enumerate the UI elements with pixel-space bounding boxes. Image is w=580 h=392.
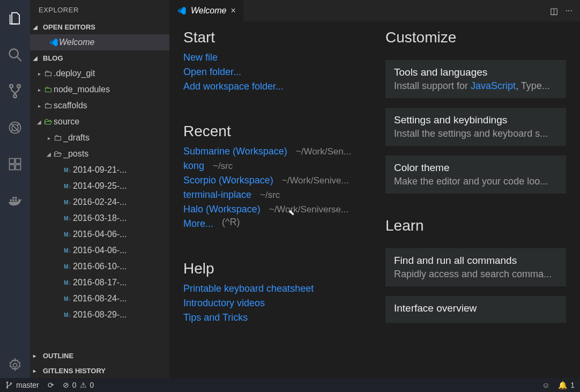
file-row[interactable]: M↓2016-08-17-... (30, 275, 169, 291)
markdown-icon: M↓ (62, 167, 73, 173)
customize-heading: Customize (385, 29, 566, 46)
card-color-theme[interactable]: Color theme Make the editor and your cod… (385, 156, 566, 194)
svg-rect-14 (15, 199, 17, 202)
sync-status[interactable]: ⟳ (48, 381, 54, 389)
error-icon: ⊘ (63, 381, 69, 389)
extensions-icon[interactable] (2, 151, 28, 177)
vscode-logo-icon (48, 38, 59, 47)
card-interface-overview[interactable]: Interface overview (385, 296, 566, 323)
open-editors-header[interactable]: ◢ OPEN EDITORS (30, 19, 169, 34)
file-row[interactable]: M↓2016-02-24-... (30, 194, 169, 210)
chevron-right-icon: ▸ (35, 71, 43, 77)
file-row[interactable]: M↓2014-09-25-... (30, 178, 169, 194)
svg-point-3 (17, 85, 20, 88)
start-section: Start New file Open folder... Add worksp… (183, 29, 364, 94)
new-file-link[interactable]: New file (183, 50, 364, 65)
folder-row[interactable]: ▸ 🗀 scaffolds (30, 98, 169, 114)
svg-rect-13 (12, 199, 14, 202)
recent-path: ~/src (213, 159, 233, 173)
recent-item[interactable]: terminal-inplace (183, 188, 251, 202)
markdown-icon: M↓ (62, 312, 73, 318)
notifications-status[interactable]: 🔔1 (558, 381, 575, 389)
problems-status[interactable]: ⊘0 ⚠0 (63, 381, 94, 389)
file-row[interactable]: M↓2016-04-06-... (30, 242, 169, 258)
card-desc: Install the settings and keyboard s... (394, 128, 557, 139)
folder-row[interactable]: ◢ 🗁 source (30, 114, 169, 130)
welcome-page: Start New file Open folder... Add worksp… (169, 21, 580, 378)
recent-item[interactable]: Halo (Workspace) (183, 202, 261, 217)
file-row[interactable]: M↓2016-06-10-... (30, 258, 169, 275)
card-title: Find and run all commands (394, 255, 557, 267)
outline-header[interactable]: ▸ OUTLINE (30, 348, 169, 363)
add-workspace-link[interactable]: Add workspace folder... (183, 79, 364, 94)
explorer-icon[interactable] (2, 5, 28, 31)
help-videos-link[interactable]: Introductory videos (183, 296, 364, 310)
workspace-header[interactable]: ◢ BLOG (30, 50, 169, 65)
folder-row[interactable]: ▸ 🗀 .deploy_git (30, 65, 169, 82)
activity-bar (0, 0, 30, 378)
markdown-icon: M↓ (62, 183, 73, 189)
file-row[interactable]: M↓2016-08-29-... (30, 307, 169, 323)
card-settings-keybindings[interactable]: Settings and keybindings Install the set… (385, 108, 566, 146)
file-row[interactable]: M↓2016-04-06-... (30, 226, 169, 242)
markdown-icon: M↓ (62, 216, 73, 221)
svg-rect-16 (15, 197, 17, 199)
gitlens-history-header[interactable]: ▸ GITLENS HISTORY (30, 363, 169, 378)
chevron-down-icon: ◢ (33, 24, 41, 30)
more-actions-icon[interactable]: ··· (566, 6, 572, 16)
markdown-icon: M↓ (62, 264, 73, 270)
git-branch-icon (5, 381, 13, 389)
vscode-logo-icon (177, 6, 187, 16)
tab-welcome[interactable]: Welcome × (169, 0, 243, 21)
markdown-icon: M↓ (62, 199, 73, 205)
source-control-icon[interactable] (2, 78, 28, 104)
docker-icon[interactable] (2, 188, 28, 213)
folder-row[interactable]: ▸ 🗀 node_modules (30, 82, 169, 98)
card-tools-languages[interactable]: Tools and languages Install support for … (385, 60, 566, 98)
card-desc: Rapidly access and search comma... (394, 269, 557, 280)
markdown-icon: M↓ (62, 280, 73, 286)
open-folder-link[interactable]: Open folder... (183, 65, 364, 79)
sidebar-title: EXPLORER (30, 0, 169, 19)
svg-rect-8 (10, 159, 14, 164)
recent-item[interactable]: Submarine (Workspace) (183, 144, 287, 159)
file-tree: ▸ 🗀 .deploy_git ▸ 🗀 node_modules ▸ 🗀 sca… (30, 65, 169, 348)
recent-more-link[interactable]: More... (183, 217, 213, 231)
svg-point-2 (10, 85, 13, 88)
card-title: Interface overview (394, 302, 557, 314)
recent-path: ~/Work/Senive... (282, 174, 349, 188)
folder-icon: 🗀 (43, 85, 54, 94)
folder-row[interactable]: ◢ 🗁 _posts (30, 146, 169, 162)
card-find-commands[interactable]: Find and run all commands Rapidly access… (385, 248, 566, 286)
recent-item[interactable]: kong (183, 159, 204, 173)
help-section: Help Printable keyboard cheatsheet Intro… (183, 260, 364, 325)
chevron-down-icon: ◢ (35, 119, 43, 125)
markdown-icon: M↓ (62, 248, 73, 254)
folder-open-icon: 🗁 (43, 117, 54, 127)
chevron-down-icon: ◢ (45, 151, 53, 157)
card-title: Tools and languages (394, 66, 557, 78)
git-branch-status[interactable]: master (5, 381, 39, 389)
card-desc: Install support for JavaScript, Type... (394, 80, 557, 92)
open-editor-item[interactable]: Welcome (30, 34, 169, 50)
svg-rect-15 (12, 197, 14, 199)
explorer-sidebar: EXPLORER ◢ OPEN EDITORS Welcome ◢ BLOG ▸… (30, 0, 169, 378)
close-icon[interactable]: × (230, 6, 235, 16)
search-icon[interactable] (2, 42, 28, 68)
file-row[interactable]: M↓2016-08-24-... (30, 291, 169, 307)
folder-row[interactable]: ▸ 🗀 _drafts (30, 130, 169, 146)
chevron-down-icon: ◢ (33, 55, 41, 61)
feedback-status[interactable]: ☺ (542, 381, 549, 389)
help-cheatsheet-link[interactable]: Printable keyboard cheatsheet (183, 282, 364, 296)
help-tips-link[interactable]: Tips and Tricks (183, 310, 364, 325)
svg-line-1 (17, 57, 21, 61)
settings-gear-icon[interactable] (2, 352, 28, 378)
file-row[interactable]: M↓2014-09-21-... (30, 162, 169, 178)
card-title: Settings and keybindings (394, 114, 557, 126)
markdown-icon: M↓ (62, 296, 73, 302)
recent-item[interactable]: Scorpio (Workspace) (183, 173, 273, 188)
split-editor-icon[interactable]: ◫ (550, 6, 558, 16)
file-row[interactable]: M↓2016-03-18-... (30, 210, 169, 226)
chevron-right-icon: ▸ (33, 353, 41, 359)
debug-icon[interactable] (2, 115, 28, 140)
